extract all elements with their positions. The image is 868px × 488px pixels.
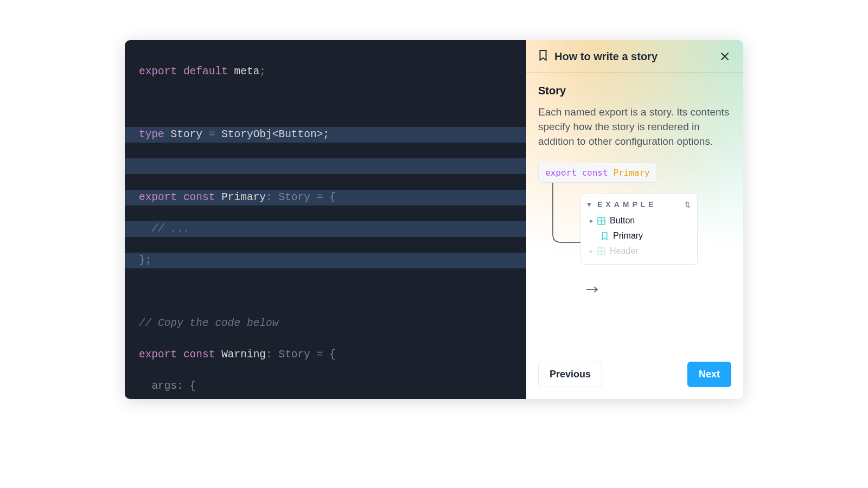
code-token: // ... [139, 223, 190, 235]
arrow-icon [585, 286, 599, 293]
code-token: : Story = { [266, 191, 336, 203]
snippet-token: export [545, 168, 577, 178]
code-token: export [139, 349, 177, 361]
code-token: type [139, 129, 164, 140]
code-comment: // Copy the code below [139, 317, 278, 329]
section-heading: Story [538, 85, 731, 97]
snippet-token: Primary [613, 168, 649, 178]
code-token: Warning [221, 349, 266, 361]
panel-footer: Previous Next [526, 352, 743, 399]
bookmark-icon [538, 50, 548, 63]
sort-icon: ⇅ [685, 201, 691, 209]
tree-label: Header [610, 246, 638, 256]
diagram: ▾ EXAMPLE ⇅ ▸ Button [538, 183, 731, 281]
code-token: StoryObj<Button>; [221, 129, 329, 140]
example-header: ▾ EXAMPLE ⇅ [581, 200, 697, 213]
code-token: export [139, 66, 177, 78]
chevron-right-icon: ▸ [590, 247, 593, 255]
code-token: : Story = { [266, 349, 336, 361]
chevron-right-icon: ▸ [590, 217, 593, 224]
tree-item-header[interactable]: ▸ Header [581, 243, 697, 259]
story-icon [601, 232, 609, 240]
section-text: Each named export is a story. Its conten… [538, 105, 731, 149]
code-token: = [202, 129, 221, 140]
panel-body: Story Each named export is a story. Its … [526, 73, 743, 352]
tree-item-button[interactable]: ▸ Button [581, 213, 697, 228]
tutorial-frame: export default meta; type Story = StoryO… [125, 40, 743, 399]
code-token: default [183, 66, 228, 78]
close-button[interactable] [718, 50, 731, 63]
component-icon [597, 247, 605, 255]
snippet-token: const [582, 168, 608, 178]
code-token: export [139, 191, 177, 203]
tree-label: Button [610, 216, 635, 226]
previous-button[interactable]: Previous [538, 362, 602, 387]
code-token: Primary [221, 191, 266, 203]
code-token: }; [139, 254, 151, 266]
next-button[interactable]: Next [687, 362, 731, 387]
tree-item-primary[interactable]: Primary [581, 228, 697, 243]
code-token: meta [234, 66, 260, 78]
code-token: const [183, 349, 215, 361]
example-label: EXAMPLE [597, 200, 657, 209]
component-icon [597, 217, 605, 225]
code-token: ; [259, 66, 266, 78]
chevron-down-icon: ▾ [588, 201, 594, 208]
tutorial-panel: How to write a story Story Each named ex… [526, 40, 743, 399]
tree-label: Primary [613, 231, 643, 241]
close-icon [720, 52, 730, 61]
code-editor: export default meta; type Story = StoryO… [125, 40, 526, 399]
example-tree: ▾ EXAMPLE ⇅ ▸ Button [580, 194, 698, 265]
panel-title: How to write a story [554, 50, 658, 63]
code-token: Story [171, 129, 203, 140]
code-token: const [183, 191, 215, 203]
code-token: args: { [139, 380, 196, 392]
code-snippet: export const Primary [538, 163, 657, 183]
panel-header: How to write a story [526, 40, 743, 73]
